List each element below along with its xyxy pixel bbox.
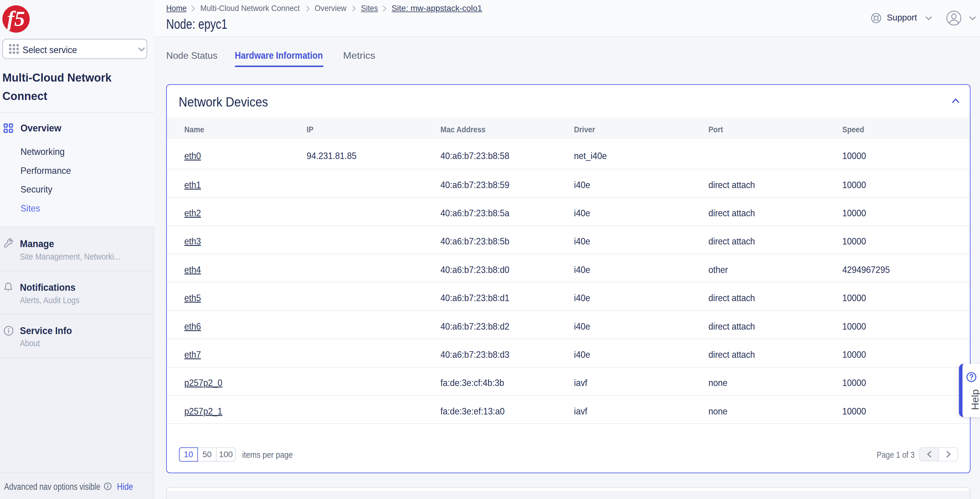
svg-text:f5: f5 (7, 7, 25, 30)
